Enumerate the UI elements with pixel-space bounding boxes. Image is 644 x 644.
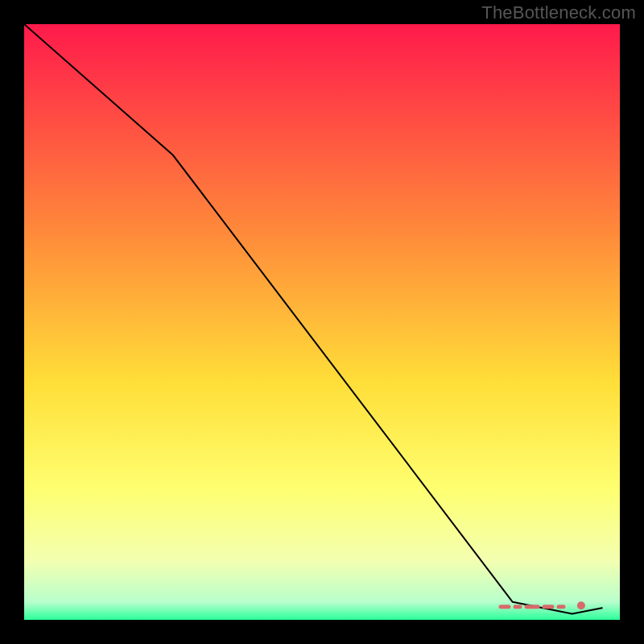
plot-area xyxy=(24,24,620,620)
end-dot xyxy=(577,601,585,609)
chart-frame: TheBottleneck.com xyxy=(0,0,644,644)
gradient-background xyxy=(24,24,620,620)
chart-svg xyxy=(24,24,620,620)
watermark-text: TheBottleneck.com xyxy=(481,2,636,23)
